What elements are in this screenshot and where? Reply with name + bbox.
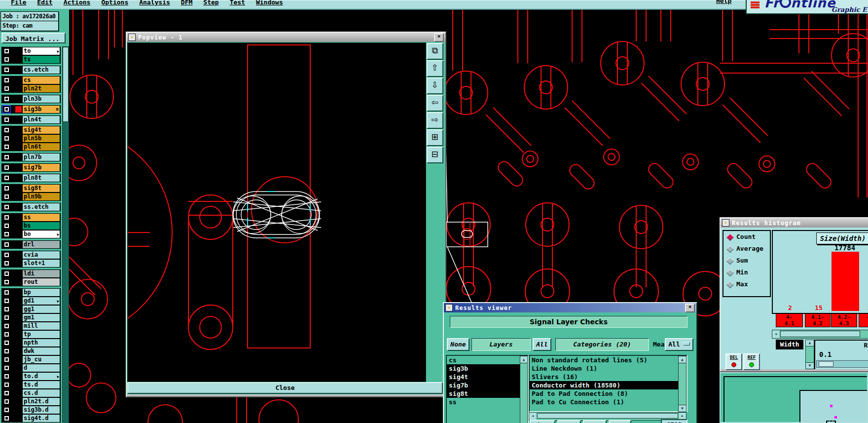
rv-category-item[interactable]: Slivers (16) xyxy=(530,373,679,381)
layer-name-chip[interactable]: cs xyxy=(23,77,60,84)
layer-name-chip[interactable]: ldi xyxy=(23,270,60,277)
layer-visibility-checkbox[interactable] xyxy=(2,322,11,330)
layer-color-swatch[interactable] xyxy=(15,331,22,338)
layer-row-pln2t.d[interactable]: pln2t.d xyxy=(1,397,61,406)
layer-name-chip[interactable]: pln2t.d xyxy=(23,398,60,405)
layer-visibility-checkbox[interactable] xyxy=(2,134,11,143)
scrollbar-thumb[interactable] xyxy=(63,47,69,122)
layer-name-chip[interactable]: to.d▲ xyxy=(23,373,60,380)
stat-radio-sum[interactable]: Sum xyxy=(723,255,770,267)
pan-left-icon[interactable]: ⇦ xyxy=(427,95,443,112)
layer-visibility-checkbox[interactable] xyxy=(2,397,11,406)
layer-visibility-checkbox[interactable] xyxy=(2,153,11,161)
none-button[interactable]: None xyxy=(447,338,470,351)
layer-row-pln8t[interactable]: pln8t xyxy=(1,174,61,182)
layer-visibility-checkbox[interactable] xyxy=(2,230,11,238)
rv-category-item[interactable]: Non standard rotated lines (5) xyxy=(530,356,679,364)
new-popview-icon[interactable]: ⧉ xyxy=(427,43,443,60)
all-button[interactable]: All xyxy=(533,338,551,351)
menu-item-options[interactable]: Options xyxy=(101,0,128,6)
layer-row-ts[interactable]: ts xyxy=(1,55,61,64)
layer-color-swatch[interactable] xyxy=(15,185,22,192)
layer-color-swatch[interactable] xyxy=(15,270,22,277)
layer-row-gg1[interactable]: gg1 xyxy=(1,305,61,313)
layer-color-swatch[interactable] xyxy=(15,127,22,133)
zoom-out-icon[interactable]: ⊞ xyxy=(427,129,443,146)
layer-name-chip[interactable]: pln8t xyxy=(23,174,60,182)
layer-name-chip[interactable]: pln4t xyxy=(23,116,60,123)
layer-color-swatch[interactable] xyxy=(15,365,22,371)
rv-layers-scrollbar[interactable]: ▲ xyxy=(520,356,528,423)
layer-row-gd1[interactable]: gd1▲ xyxy=(1,297,61,305)
layer-visibility-checkbox[interactable] xyxy=(2,213,11,222)
menu-item-actions[interactable]: Actions xyxy=(64,0,91,6)
layer-color-swatch[interactable] xyxy=(15,398,22,405)
layer-name-chip[interactable]: sig3b⊞ xyxy=(23,106,60,113)
layer-row-cs[interactable]: cs xyxy=(1,76,61,84)
layer-visibility-checkbox[interactable] xyxy=(2,55,11,64)
histogram-titlebar[interactable]: ✕ Results histogram xyxy=(721,218,868,228)
width-measure-label[interactable]: Width xyxy=(776,340,803,349)
layer-color-swatch[interactable] xyxy=(15,85,22,92)
layer-visibility-checkbox[interactable] xyxy=(2,163,11,172)
layer-row-to.d[interactable]: to.d▲ xyxy=(1,372,61,381)
layer-color-swatch[interactable] xyxy=(15,279,22,285)
layer-name-chip[interactable]: pln9b xyxy=(23,193,60,200)
layer-color-swatch[interactable] xyxy=(15,289,22,296)
layer-name-chip[interactable]: sig8t xyxy=(23,185,60,192)
layer-name-chip[interactable]: gd1▲ xyxy=(23,297,60,305)
layer-name-chip[interactable]: to▲ xyxy=(23,47,60,55)
layer-color-swatch[interactable] xyxy=(15,407,22,413)
layer-visibility-checkbox[interactable] xyxy=(2,105,11,114)
layer-color-swatch[interactable] xyxy=(15,390,22,396)
meas-dropdown[interactable]: All xyxy=(665,338,693,351)
layer-color-swatch[interactable] xyxy=(15,241,22,248)
menu-item-help[interactable]: Help xyxy=(716,0,731,4)
layer-color-swatch[interactable] xyxy=(15,348,22,354)
rv-category-item[interactable]: Pad to Pad Connection (8) xyxy=(530,389,679,398)
layer-row-cvia[interactable]: cvia xyxy=(1,251,61,259)
layer-name-chip[interactable]: cs.etch xyxy=(23,66,60,74)
layer-row-pln3b[interactable]: pln3b xyxy=(1,95,61,103)
slider-thumb[interactable] xyxy=(819,361,833,367)
rv-category-item[interactable]: Pad to Cu Connection (1) xyxy=(530,398,679,406)
layer-color-swatch[interactable] xyxy=(15,135,22,142)
layer-name-chip[interactable]: d xyxy=(23,364,60,372)
layer-visibility-checkbox[interactable] xyxy=(2,278,11,286)
job-matrix-button[interactable]: Job Matrix ... xyxy=(1,33,66,43)
layer-visibility-checkbox[interactable] xyxy=(2,143,11,151)
layer-row-bp[interactable]: bp xyxy=(1,288,61,297)
layer-row-cs.d[interactable]: cs.d xyxy=(1,389,61,397)
last-button[interactable]: Last xyxy=(609,420,631,423)
layer-color-swatch[interactable] xyxy=(15,193,22,200)
pan-down-icon[interactable]: ⇩ xyxy=(427,77,443,94)
layer-visibility-checkbox[interactable] xyxy=(2,381,11,389)
layer-color-swatch[interactable] xyxy=(15,252,22,258)
layer-color-swatch[interactable] xyxy=(15,204,22,210)
layer-color-swatch[interactable] xyxy=(15,356,22,363)
layer-row-ss[interactable]: ss xyxy=(1,213,61,222)
layer-name-chip[interactable]: ss xyxy=(23,214,60,221)
layer-row-sig3b[interactable]: sig3b⊞ xyxy=(1,105,61,114)
layer-color-swatch[interactable] xyxy=(15,154,22,160)
rv-layer-item-sig7b[interactable]: sig7b xyxy=(447,381,520,389)
close-icon[interactable]: × xyxy=(434,33,444,42)
layer-visibility-checkbox[interactable] xyxy=(2,406,11,414)
layer-visibility-checkbox[interactable] xyxy=(2,240,11,249)
del-button[interactable]: DEL xyxy=(725,353,742,370)
layer-name-chip[interactable]: pln5b xyxy=(23,135,60,142)
layer-name-chip[interactable]: ss.etch xyxy=(23,203,60,211)
menu-item-file[interactable]: File xyxy=(11,0,26,6)
layer-name-chip[interactable]: cs.d xyxy=(23,389,60,397)
popview-titlebar[interactable]: ✕ Popview - 1 × xyxy=(127,33,445,42)
zoom-in-icon[interactable]: ⊟ xyxy=(427,147,443,163)
scroll-left-icon[interactable]: ◄ xyxy=(772,330,779,338)
layer-row-cs.etch[interactable]: cs.etch xyxy=(1,66,61,74)
layer-name-chip[interactable]: bp xyxy=(23,289,60,296)
layer-row-sig3b.d[interactable]: sig3b.d xyxy=(1,406,61,414)
layer-color-swatch[interactable] xyxy=(15,106,22,113)
scroll-down-icon[interactable]: ▼ xyxy=(679,405,686,412)
layer-visibility-checkbox[interactable] xyxy=(2,364,11,372)
rv-layer-item-sig4t[interactable]: sig4t xyxy=(447,373,520,381)
layer-visibility-checkbox[interactable] xyxy=(2,47,11,55)
